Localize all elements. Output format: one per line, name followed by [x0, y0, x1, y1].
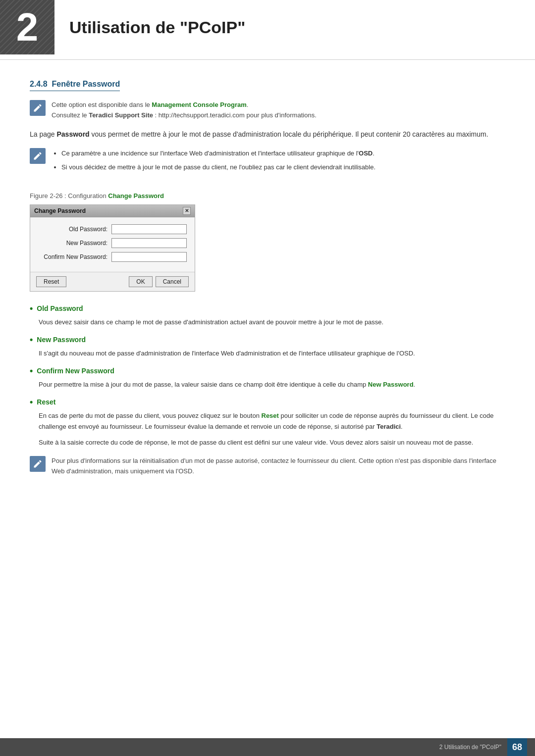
intro-paragraph: La page Password vous permet de mettre à…: [30, 129, 505, 141]
note-icon-1: [30, 100, 46, 116]
confirm-password-input[interactable]: [111, 252, 187, 262]
final-note-text: Pour plus d'informations sur la réinitia…: [52, 456, 505, 477]
dialog-titlebar: Change Password ✕: [30, 205, 195, 217]
note-text-1: Cette option est disponible dans le Mana…: [52, 100, 317, 121]
change-password-dialog: Change Password ✕ Old Password: New Pass…: [30, 204, 195, 292]
detail-body-new-password: Il s'agit du nouveau mot de passe d'admi…: [39, 348, 505, 359]
old-password-label: Old Password:: [38, 226, 107, 233]
dialog-close-button[interactable]: ✕: [183, 207, 191, 215]
note-bullet-wrapper: Ce paramètre a une incidence sur l'inter…: [30, 148, 505, 184]
chapter-title-area: Utilisation de "PCoIP": [54, 0, 535, 54]
list-item: Ce paramètre a une incidence sur l'inter…: [61, 148, 375, 159]
cancel-button[interactable]: Cancel: [156, 276, 189, 287]
pencil-icon-2: [33, 151, 43, 161]
confirm-password-label: Confirm New Password:: [38, 253, 107, 260]
detail-old-password: Old Password Vous devez saisir dans ce c…: [30, 303, 505, 328]
ok-button[interactable]: OK: [129, 276, 152, 287]
final-note-box: Pour plus d'informations sur la réinitia…: [30, 456, 505, 477]
note-box-1: Cette option est disponible dans le Mana…: [30, 100, 505, 121]
chapter-header: 2 Utilisation de "PCoIP": [0, 0, 535, 60]
page-footer: 2 Utilisation de "PCoIP" 68: [0, 738, 535, 756]
pencil-icon-3: [33, 459, 43, 469]
pencil-icon: [33, 103, 43, 113]
detail-confirm-password: Confirm New Password Pour permettre la m…: [30, 366, 505, 390]
dialog-footer: Reset OK Cancel: [30, 272, 195, 291]
new-password-label: New Password:: [38, 240, 107, 247]
detail-heading-new-password: New Password: [30, 335, 505, 345]
footer-label: 2 Utilisation de "PCoIP": [439, 744, 501, 751]
detail-heading-reset: Reset: [30, 397, 505, 407]
detail-heading-old-password: Old Password: [30, 303, 505, 314]
detail-body-reset-1: En cas de perte du mot de passe du clien…: [39, 410, 505, 432]
dialog-body: Old Password: New Password: Confirm New …: [30, 217, 195, 272]
old-password-input[interactable]: [111, 224, 187, 234]
new-password-row: New Password:: [38, 238, 187, 248]
old-password-row: Old Password:: [38, 224, 187, 234]
reset-button[interactable]: Reset: [36, 276, 66, 287]
new-password-input[interactable]: [111, 238, 187, 248]
list-item: Si vous décidez de mettre à jour le mot …: [61, 162, 375, 173]
figure-caption: Figure 2-26 : Configuration Change Passw…: [30, 192, 505, 200]
note-icon-2: [30, 148, 46, 164]
detail-new-password: New Password Il s'agit du nouveau mot de…: [30, 335, 505, 359]
detail-reset: Reset En cas de perte du mot de passe du…: [30, 397, 505, 448]
detail-body-old-password: Vous devez saisir dans ce champ le mot d…: [39, 317, 505, 328]
chapter-number: 2: [0, 0, 54, 54]
chapter-title: Utilisation de "PCoIP": [69, 18, 245, 37]
note-icon-3: [30, 456, 46, 472]
notes-list: Ce paramètre a une incidence sur l'inter…: [61, 148, 375, 176]
main-content: 2.4.8 Fenêtre Password Cette option est …: [0, 80, 535, 524]
confirm-password-row: Confirm New Password:: [38, 252, 187, 262]
page-number: 68: [507, 738, 527, 756]
detail-body-reset-2: Suite à la saisie correcte du code de ré…: [39, 437, 505, 448]
detail-heading-confirm-password: Confirm New Password: [30, 366, 505, 376]
dialog-title: Change Password: [34, 207, 86, 214]
section-heading: 2.4.8 Fenêtre Password: [30, 80, 120, 91]
detail-body-confirm-password: Pour permettre la mise à jour du mot de …: [39, 379, 505, 390]
